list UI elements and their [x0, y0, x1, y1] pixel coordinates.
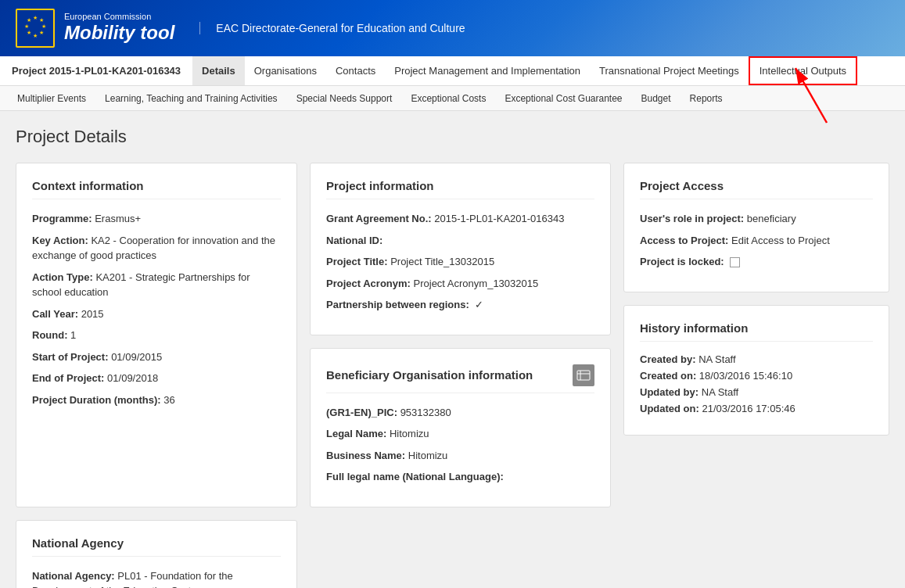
eu-flag-icon: ★ ★ ★ ★ ★ ★ ★ ★: [16, 9, 55, 48]
end-value: 01/09/2018: [107, 372, 158, 384]
programme-value: Erasmus+: [95, 213, 141, 224]
legal-name-value: Hitomizu: [390, 428, 429, 439]
na-label: National Agency:: [32, 570, 115, 582]
key-action-row: Key Action: KA2 - Cooperation for innova…: [32, 233, 281, 264]
end-row: End of Project: 01/09/2018: [32, 371, 281, 386]
created-by-value: NA Staff: [699, 353, 735, 365]
updated-on-label: Updated on:: [640, 403, 699, 414]
access-row: Access to Project: Edit Access to Projec…: [640, 233, 873, 249]
history-title: History information: [640, 321, 873, 342]
updated-by-value: NA Staff: [702, 386, 738, 398]
project-acronym-value: Project Acronym_13032015: [414, 278, 539, 289]
page-title: Project Details: [16, 127, 889, 147]
na-row: National Agency: PL01 - Foundation for t…: [32, 568, 281, 589]
created-by-label: Created by:: [640, 353, 696, 365]
locked-label: Project is locked:: [640, 256, 724, 267]
beneficiary-card: Beneficiary Organisation information (GR…: [310, 348, 611, 507]
partnership-label: Partnership between regions:: [326, 299, 469, 310]
svg-text:★: ★: [33, 15, 38, 20]
nav-wrapper: Project 2015-1-PL01-KA201-016343 Details…: [0, 56, 905, 111]
beneficiary-title: Beneficiary Organisation information: [326, 368, 533, 382]
access-label: Access to Project:: [640, 235, 728, 246]
round-value: 1: [70, 329, 76, 341]
start-label: Start of Project:: [32, 351, 109, 363]
created-on-label: Created on:: [640, 370, 696, 382]
tab-project-management[interactable]: Project Management and Implementation: [385, 56, 590, 85]
created-on-row: Created on: 18/03/2016 15:46:10: [640, 370, 873, 382]
grant-label: Grant Agreement No.:: [326, 213, 432, 224]
svg-rect-11: [577, 371, 590, 380]
beneficiary-icon: [573, 364, 594, 386]
updated-on-value: 21/03/2016 17:05:46: [702, 403, 795, 414]
header-subtitle: EAC Directorate-General for Education an…: [199, 22, 465, 34]
full-legal-label: Full legal name (National Language):: [326, 471, 504, 482]
call-year-label: Call Year:: [32, 308, 78, 320]
history-card: History information Created by: NA Staff…: [623, 305, 889, 436]
main-content: Project Details Context information Prog…: [0, 111, 905, 588]
nav-special-needs[interactable]: Special Needs Support: [287, 86, 402, 110]
tab-intellectual-outputs[interactable]: Intellectual Outputs: [749, 56, 857, 85]
tab-organisations[interactable]: Organisations: [245, 56, 326, 85]
round-label: Round:: [32, 329, 67, 341]
tab-contacts[interactable]: Contacts: [326, 56, 385, 85]
access-value: Edit Access to Project: [731, 235, 830, 246]
nav-primary: Project 2015-1-PL01-KA201-016343 Details…: [0, 56, 905, 86]
action-type-row: Action Type: KA201 - Strategic Partnersh…: [32, 270, 281, 300]
action-type-label: Action Type:: [32, 271, 93, 283]
project-access-title: Project Access: [640, 179, 873, 199]
role-value: beneficiary: [747, 213, 796, 224]
business-name-label: Business Name:: [326, 450, 405, 461]
national-agency-title: National Agency: [32, 536, 281, 557]
programme-label: Programme:: [32, 213, 92, 224]
pic-row: (GR1-EN)_PIC: 953132380: [326, 405, 594, 421]
created-on-value: 18/03/2016 15:46:10: [699, 370, 792, 382]
national-agency-card: National Agency National Agency: PL01 - …: [16, 520, 297, 589]
business-name-row: Business Name: Hitomizu: [326, 448, 594, 464]
project-acronym-row: Project Acronym: Project Acronym_1303201…: [326, 276, 594, 292]
nav-budget[interactable]: Budget: [632, 86, 681, 110]
partnership-checkmark: ✓: [475, 299, 483, 310]
grant-row: Grant Agreement No.: 2015-1-PL01-KA201-0…: [326, 211, 594, 227]
nav-reports[interactable]: Reports: [681, 86, 732, 110]
nav-secondary: Multiplier Events Learning, Teaching and…: [0, 86, 905, 111]
cards-row-1: Context information Programme: Erasmus+ …: [16, 163, 889, 507]
call-year-row: Call Year: 2015: [32, 307, 281, 322]
nav-exceptional-costs[interactable]: Exceptional Costs: [401, 86, 495, 110]
duration-value: 36: [163, 394, 174, 406]
nav-multiplier-events[interactable]: Multiplier Events: [8, 86, 95, 110]
cards-row-2: National Agency National Agency: PL01 - …: [16, 520, 889, 589]
context-card: Context information Programme: Erasmus+ …: [16, 163, 297, 507]
nav-learning-teaching[interactable]: Learning, Teaching and Training Activiti…: [95, 86, 287, 110]
locked-row: Project is locked:: [640, 254, 873, 270]
legal-name-label: Legal Name:: [326, 428, 386, 439]
beneficiary-header: Beneficiary Organisation information: [326, 364, 594, 393]
grant-value: 2015-1-PL01-KA201-016343: [434, 213, 564, 224]
ec-label: European Commission: [64, 12, 174, 22]
updated-on-row: Updated on: 21/03/2016 17:05:46: [640, 403, 873, 414]
mobility-label: Mobility tool: [64, 22, 174, 45]
project-id: Project 2015-1-PL01-KA201-016343: [8, 56, 192, 85]
tab-details[interactable]: Details: [192, 56, 245, 85]
header: ★ ★ ★ ★ ★ ★ ★ ★ European Commission Mobi…: [0, 0, 905, 56]
national-id-row: National ID:: [326, 233, 594, 249]
svg-text:★: ★: [39, 30, 44, 35]
duration-label: Project Duration (months):: [32, 394, 161, 406]
locked-checkbox[interactable]: [730, 257, 740, 267]
project-info-card: Project information Grant Agreement No.:…: [310, 163, 611, 335]
full-legal-row: Full legal name (National Language):: [326, 469, 594, 485]
role-row: User's role in project: beneficiary: [640, 211, 873, 227]
tab-transnational[interactable]: Transnational Project Meetings: [590, 56, 749, 85]
project-info-title: Project information: [326, 179, 594, 199]
svg-text:★: ★: [27, 17, 31, 23]
end-label: End of Project:: [32, 372, 104, 384]
project-acronym-label: Project Acronym:: [326, 278, 411, 289]
project-title-value: Project Title_13032015: [390, 256, 494, 267]
start-row: Start of Project: 01/09/2015: [32, 350, 281, 365]
created-by-row: Created by: NA Staff: [640, 353, 873, 365]
call-year-value: 2015: [81, 308, 104, 320]
updated-by-label: Updated by:: [640, 386, 699, 398]
svg-text:★: ★: [24, 23, 29, 29]
key-action-label: Key Action:: [32, 235, 88, 246]
svg-text:★: ★: [27, 30, 31, 35]
nav-exceptional-cost-guarantee[interactable]: Exceptional Cost Guarantee: [495, 86, 631, 110]
